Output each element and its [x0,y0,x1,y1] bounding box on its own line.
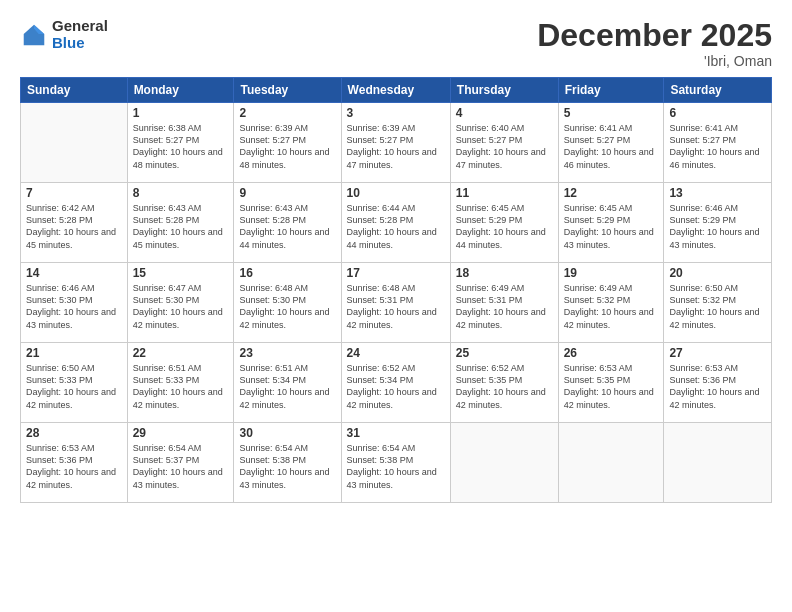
day-info: Sunrise: 6:44 AM Sunset: 5:28 PM Dayligh… [347,202,445,251]
day-info: Sunrise: 6:46 AM Sunset: 5:30 PM Dayligh… [26,282,122,331]
calendar-cell: 13Sunrise: 6:46 AM Sunset: 5:29 PM Dayli… [664,183,772,263]
week-row: 1Sunrise: 6:38 AM Sunset: 5:27 PM Daylig… [21,103,772,183]
day-number: 2 [239,106,335,120]
day-number: 27 [669,346,766,360]
calendar-cell: 22Sunrise: 6:51 AM Sunset: 5:33 PM Dayli… [127,343,234,423]
day-info: Sunrise: 6:49 AM Sunset: 5:32 PM Dayligh… [564,282,659,331]
day-number: 26 [564,346,659,360]
logo: General Blue [20,18,108,51]
calendar-cell: 10Sunrise: 6:44 AM Sunset: 5:28 PM Dayli… [341,183,450,263]
calendar-cell: 2Sunrise: 6:39 AM Sunset: 5:27 PM Daylig… [234,103,341,183]
calendar-cell: 3Sunrise: 6:39 AM Sunset: 5:27 PM Daylig… [341,103,450,183]
day-info: Sunrise: 6:45 AM Sunset: 5:29 PM Dayligh… [564,202,659,251]
calendar-cell: 27Sunrise: 6:53 AM Sunset: 5:36 PM Dayli… [664,343,772,423]
calendar-cell: 29Sunrise: 6:54 AM Sunset: 5:37 PM Dayli… [127,423,234,503]
day-info: Sunrise: 6:40 AM Sunset: 5:27 PM Dayligh… [456,122,553,171]
day-info: Sunrise: 6:39 AM Sunset: 5:27 PM Dayligh… [239,122,335,171]
calendar-cell: 14Sunrise: 6:46 AM Sunset: 5:30 PM Dayli… [21,263,128,343]
day-info: Sunrise: 6:54 AM Sunset: 5:37 PM Dayligh… [133,442,229,491]
calendar-header-row: SundayMondayTuesdayWednesdayThursdayFrid… [21,78,772,103]
day-number: 25 [456,346,553,360]
calendar-day-header: Monday [127,78,234,103]
day-info: Sunrise: 6:51 AM Sunset: 5:33 PM Dayligh… [133,362,229,411]
day-number: 23 [239,346,335,360]
title-block: December 2025 'Ibri, Oman [537,18,772,69]
day-info: Sunrise: 6:54 AM Sunset: 5:38 PM Dayligh… [347,442,445,491]
day-info: Sunrise: 6:49 AM Sunset: 5:31 PM Dayligh… [456,282,553,331]
day-info: Sunrise: 6:54 AM Sunset: 5:38 PM Dayligh… [239,442,335,491]
calendar-day-header: Saturday [664,78,772,103]
calendar-cell: 19Sunrise: 6:49 AM Sunset: 5:32 PM Dayli… [558,263,664,343]
calendar-cell [664,423,772,503]
day-info: Sunrise: 6:48 AM Sunset: 5:31 PM Dayligh… [347,282,445,331]
month-title: December 2025 [537,18,772,53]
logo-text: General Blue [52,18,108,51]
day-number: 16 [239,266,335,280]
day-info: Sunrise: 6:53 AM Sunset: 5:36 PM Dayligh… [669,362,766,411]
calendar-cell: 17Sunrise: 6:48 AM Sunset: 5:31 PM Dayli… [341,263,450,343]
day-number: 18 [456,266,553,280]
week-row: 28Sunrise: 6:53 AM Sunset: 5:36 PM Dayli… [21,423,772,503]
day-info: Sunrise: 6:52 AM Sunset: 5:34 PM Dayligh… [347,362,445,411]
calendar-cell: 15Sunrise: 6:47 AM Sunset: 5:30 PM Dayli… [127,263,234,343]
day-number: 17 [347,266,445,280]
calendar-table: SundayMondayTuesdayWednesdayThursdayFrid… [20,77,772,503]
day-number: 6 [669,106,766,120]
day-number: 31 [347,426,445,440]
day-info: Sunrise: 6:38 AM Sunset: 5:27 PM Dayligh… [133,122,229,171]
calendar-cell: 25Sunrise: 6:52 AM Sunset: 5:35 PM Dayli… [450,343,558,423]
calendar-cell: 20Sunrise: 6:50 AM Sunset: 5:32 PM Dayli… [664,263,772,343]
week-row: 7Sunrise: 6:42 AM Sunset: 5:28 PM Daylig… [21,183,772,263]
logo-general-text: General [52,18,108,35]
calendar-cell [450,423,558,503]
day-info: Sunrise: 6:45 AM Sunset: 5:29 PM Dayligh… [456,202,553,251]
day-number: 14 [26,266,122,280]
calendar-cell: 4Sunrise: 6:40 AM Sunset: 5:27 PM Daylig… [450,103,558,183]
day-number: 8 [133,186,229,200]
day-number: 5 [564,106,659,120]
day-number: 24 [347,346,445,360]
calendar-cell: 23Sunrise: 6:51 AM Sunset: 5:34 PM Dayli… [234,343,341,423]
day-number: 20 [669,266,766,280]
calendar-cell: 12Sunrise: 6:45 AM Sunset: 5:29 PM Dayli… [558,183,664,263]
day-info: Sunrise: 6:46 AM Sunset: 5:29 PM Dayligh… [669,202,766,251]
day-number: 28 [26,426,122,440]
day-info: Sunrise: 6:48 AM Sunset: 5:30 PM Dayligh… [239,282,335,331]
logo-icon [20,21,48,49]
calendar-cell: 5Sunrise: 6:41 AM Sunset: 5:27 PM Daylig… [558,103,664,183]
calendar-cell: 26Sunrise: 6:53 AM Sunset: 5:35 PM Dayli… [558,343,664,423]
calendar-cell: 24Sunrise: 6:52 AM Sunset: 5:34 PM Dayli… [341,343,450,423]
day-info: Sunrise: 6:43 AM Sunset: 5:28 PM Dayligh… [239,202,335,251]
header: General Blue December 2025 'Ibri, Oman [20,18,772,69]
day-info: Sunrise: 6:53 AM Sunset: 5:36 PM Dayligh… [26,442,122,491]
day-info: Sunrise: 6:41 AM Sunset: 5:27 PM Dayligh… [669,122,766,171]
calendar-day-header: Tuesday [234,78,341,103]
logo-blue-text: Blue [52,35,108,52]
day-info: Sunrise: 6:47 AM Sunset: 5:30 PM Dayligh… [133,282,229,331]
day-info: Sunrise: 6:43 AM Sunset: 5:28 PM Dayligh… [133,202,229,251]
week-row: 21Sunrise: 6:50 AM Sunset: 5:33 PM Dayli… [21,343,772,423]
day-number: 12 [564,186,659,200]
calendar-cell: 18Sunrise: 6:49 AM Sunset: 5:31 PM Dayli… [450,263,558,343]
week-row: 14Sunrise: 6:46 AM Sunset: 5:30 PM Dayli… [21,263,772,343]
calendar-day-header: Friday [558,78,664,103]
day-info: Sunrise: 6:42 AM Sunset: 5:28 PM Dayligh… [26,202,122,251]
day-number: 15 [133,266,229,280]
day-info: Sunrise: 6:39 AM Sunset: 5:27 PM Dayligh… [347,122,445,171]
day-info: Sunrise: 6:50 AM Sunset: 5:33 PM Dayligh… [26,362,122,411]
day-info: Sunrise: 6:51 AM Sunset: 5:34 PM Dayligh… [239,362,335,411]
day-info: Sunrise: 6:41 AM Sunset: 5:27 PM Dayligh… [564,122,659,171]
calendar-cell: 6Sunrise: 6:41 AM Sunset: 5:27 PM Daylig… [664,103,772,183]
calendar-cell [21,103,128,183]
day-number: 19 [564,266,659,280]
day-number: 1 [133,106,229,120]
day-number: 22 [133,346,229,360]
day-number: 10 [347,186,445,200]
calendar-cell: 16Sunrise: 6:48 AM Sunset: 5:30 PM Dayli… [234,263,341,343]
calendar-cell: 31Sunrise: 6:54 AM Sunset: 5:38 PM Dayli… [341,423,450,503]
calendar-cell: 1Sunrise: 6:38 AM Sunset: 5:27 PM Daylig… [127,103,234,183]
day-number: 21 [26,346,122,360]
day-number: 13 [669,186,766,200]
calendar-cell: 7Sunrise: 6:42 AM Sunset: 5:28 PM Daylig… [21,183,128,263]
day-number: 30 [239,426,335,440]
